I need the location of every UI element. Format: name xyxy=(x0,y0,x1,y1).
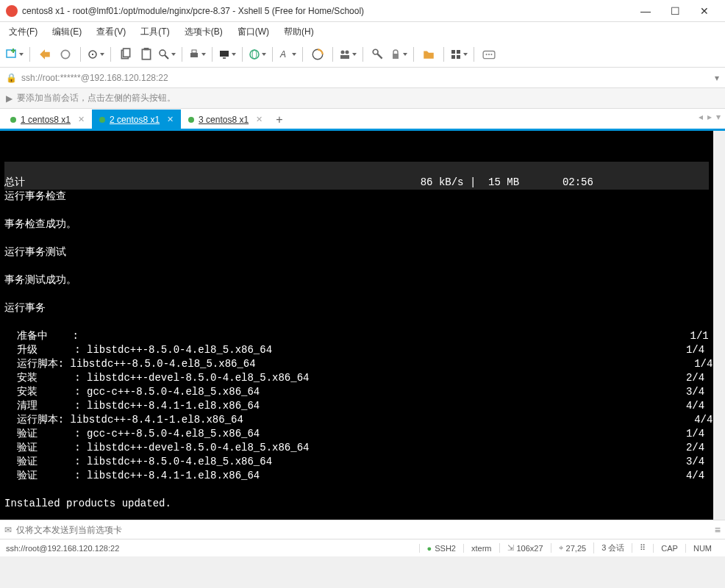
folder-button[interactable] xyxy=(420,46,438,63)
svg-point-17 xyxy=(252,50,257,59)
lock-icon: 🔒 xyxy=(6,73,17,83)
tab-close-icon[interactable]: ✕ xyxy=(78,115,85,124)
disconnect-button[interactable] xyxy=(57,46,74,63)
send-icon[interactable]: ✉ xyxy=(4,525,12,535)
layout-button[interactable] xyxy=(450,46,468,63)
hint-text: 要添加当前会话，点击左侧的箭头按钮。 xyxy=(17,92,176,104)
status-bar: ssh://root@192.168.120.128:22 ●SSH2 xter… xyxy=(0,539,725,556)
send-menu-icon[interactable]: ≡ xyxy=(715,524,721,536)
toolbar-separator xyxy=(110,47,111,62)
toolbar-separator xyxy=(80,47,81,62)
minimize-button[interactable]: — xyxy=(631,1,660,21)
help-icon-button[interactable] xyxy=(480,46,498,63)
svg-rect-5 xyxy=(92,54,93,55)
screen-button[interactable] xyxy=(218,46,236,63)
globe-button[interactable] xyxy=(249,46,266,63)
svg-rect-27 xyxy=(457,50,460,54)
terminal-task-line: 安装 : libstdc++-devel-8.5.0-4.el8_5.x86_6… xyxy=(4,371,709,385)
reconnect-button[interactable] xyxy=(36,46,54,63)
menu-window[interactable]: 窗口(W) xyxy=(235,24,272,40)
tab-close-icon[interactable]: ✕ xyxy=(256,115,262,124)
status-grip-icon: ⠿ xyxy=(632,543,653,553)
svg-line-11 xyxy=(165,55,168,59)
svg-point-20 xyxy=(341,50,345,54)
status-connection: ssh://root@192.168.120.128:22 xyxy=(6,544,419,553)
svg-rect-8 xyxy=(142,49,150,60)
toolbar-separator xyxy=(413,47,414,62)
paste-button[interactable] xyxy=(138,46,155,63)
svg-point-32 xyxy=(488,53,490,54)
users-button[interactable] xyxy=(339,46,357,63)
menu-file[interactable]: 文件(F) xyxy=(6,24,40,40)
lock-button[interactable] xyxy=(390,46,407,63)
tab-close-icon[interactable]: ✕ xyxy=(167,115,174,124)
toolbar-separator xyxy=(443,47,444,62)
terminal-output[interactable]: 总计 86 kB/s | 15 MB 02:56 运行事务检查 事务检查成功。 … xyxy=(0,131,725,520)
tab-label: 1 centos8 x1 xyxy=(21,115,71,125)
color-button[interactable] xyxy=(309,46,326,63)
find-button[interactable] xyxy=(158,46,176,63)
menu-tabs[interactable]: 选项卡(B) xyxy=(182,24,226,40)
new-session-button[interactable] xyxy=(6,46,24,63)
terminal-task-line: 运行脚本: libstdc++-8.4.1-1.el8.x86_64 4/4 xyxy=(4,413,709,427)
toolbar-separator xyxy=(474,47,474,62)
svg-point-10 xyxy=(160,50,165,56)
menubar: 文件(F) 编辑(E) 查看(V) 工具(T) 选项卡(B) 窗口(W) 帮助(… xyxy=(0,22,725,41)
terminal-task-line: 运行脚本: libstdc++-8.5.0-4.el8_5.x86_64 1/4 xyxy=(4,357,709,371)
menu-tools[interactable]: 工具(T) xyxy=(138,24,172,40)
status-ssh: ●SSH2 xyxy=(419,544,463,553)
ssh-status-icon: ● xyxy=(427,544,432,553)
svg-rect-29 xyxy=(457,55,460,59)
status-size: ⇲106x27 xyxy=(499,543,551,553)
maximize-button[interactable]: ☐ xyxy=(660,1,690,21)
tab-nav: ◂ ▸ ▾ xyxy=(699,112,721,122)
terminal-task-line: 清理 : libstdc++-8.4.1-1.el8.x86_64 4/4 xyxy=(4,399,709,413)
status-num: NUM xyxy=(685,544,719,553)
status-term: xterm xyxy=(463,544,499,553)
terminal-task-line: 准备中 : 1/1 xyxy=(4,329,709,343)
app-icon xyxy=(6,5,18,17)
terminal-task-line: 验证 : gcc-c++-8.5.0-4.el8_5.x86_64 1/4 xyxy=(4,427,709,441)
status-dot-icon xyxy=(188,117,194,123)
svg-rect-28 xyxy=(451,55,455,59)
toolbar-separator xyxy=(332,47,333,62)
toolbar-separator xyxy=(242,47,243,62)
svg-rect-25 xyxy=(393,54,399,59)
status-dot-icon xyxy=(99,117,105,123)
window-title: centos8 x1 - root@lmf01:/opt/module/ngin… xyxy=(22,6,631,16)
terminal-task-line: 验证 : libstdc++-8.4.1-1.el8.x86_64 4/4 xyxy=(4,469,709,483)
terminal-line: 运行事务测试 xyxy=(4,245,709,259)
address-dropdown-icon[interactable]: ▾ xyxy=(715,73,719,83)
close-button[interactable]: ✕ xyxy=(690,1,719,21)
bookmark-add-icon[interactable]: ▶ xyxy=(6,93,12,104)
tab-next-icon[interactable]: ▸ xyxy=(707,112,712,122)
toolbar-separator xyxy=(29,47,30,62)
properties-button[interactable] xyxy=(87,46,104,63)
svg-point-3 xyxy=(61,50,69,58)
terminal-line: Installed products updated. xyxy=(4,497,709,511)
address-text[interactable]: ssh://root:******@192.168.120.128:22 xyxy=(21,73,710,83)
session-tab-3[interactable]: 3 centos8 x1 ✕ xyxy=(181,110,270,129)
size-icon: ⇲ xyxy=(507,543,514,553)
add-tab-button[interactable]: + xyxy=(270,110,288,129)
status-dot-icon xyxy=(10,117,16,123)
terminal-task-line: 验证 : libstdc++-devel-8.5.0-4.el8_5.x86_6… xyxy=(4,441,709,455)
menu-edit[interactable]: 编辑(E) xyxy=(49,24,85,40)
scrollbar-thumb[interactable] xyxy=(715,160,722,204)
key-button[interactable] xyxy=(369,46,387,63)
tab-prev-icon[interactable]: ◂ xyxy=(699,112,703,122)
send-input[interactable] xyxy=(16,525,710,535)
svg-line-24 xyxy=(377,53,382,58)
svg-rect-26 xyxy=(451,50,455,54)
terminal-line: 总计 86 kB/s | 15 MB 02:56 xyxy=(4,176,709,190)
session-tab-1[interactable]: 1 centos8 x1 ✕ xyxy=(3,110,92,129)
font-button[interactable]: A xyxy=(279,46,296,63)
tab-list-icon[interactable]: ▾ xyxy=(716,112,721,122)
svg-rect-14 xyxy=(220,51,229,57)
print-button[interactable] xyxy=(188,46,206,63)
menu-view[interactable]: 查看(V) xyxy=(93,24,129,40)
terminal-line: 事务测试成功。 xyxy=(4,273,709,287)
menu-help[interactable]: 帮助(H) xyxy=(281,24,317,40)
copy-button[interactable] xyxy=(117,46,135,63)
session-tab-2[interactable]: 2 centos8 x1 ✕ xyxy=(92,110,181,129)
